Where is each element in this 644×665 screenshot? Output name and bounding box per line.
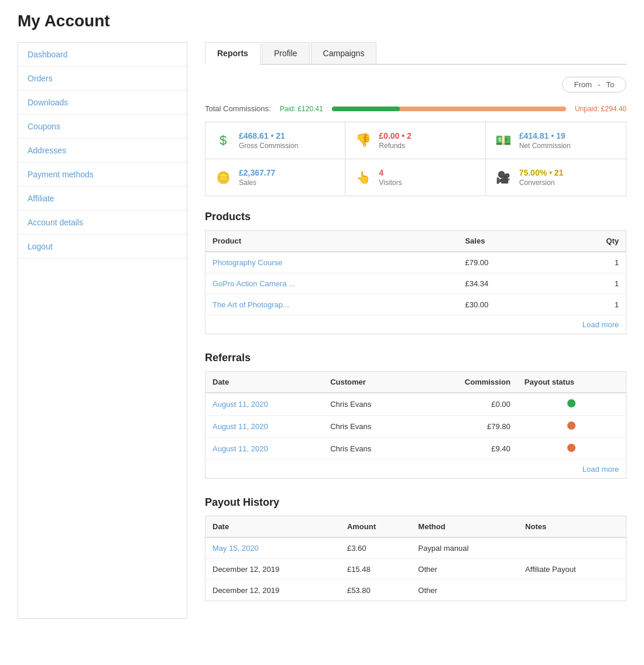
unpaid-label: Unpaid: £294.40 <box>575 105 626 113</box>
referral-status <box>518 416 626 438</box>
paid-bar <box>332 107 400 111</box>
sidebar-item-downloads[interactable]: Downloads <box>18 91 187 115</box>
referral-customer: Chris Evans <box>323 438 416 460</box>
referrals-col-status: Payout status <box>518 372 626 393</box>
refunds-label: Refunds <box>379 142 412 150</box>
status-dot-orange <box>567 421 576 430</box>
date-to-label: To <box>606 80 614 89</box>
payout-history-heading: Payout History <box>205 496 626 509</box>
payout-col-notes: Notes <box>518 516 626 538</box>
product-sales: £30.00 <box>458 294 556 316</box>
payout-date: December 12, 2019 <box>205 580 340 601</box>
table-row: May 15, 2020 £3.60 Paypal manual <box>205 537 626 559</box>
commissions-bar <box>332 107 566 111</box>
referral-status <box>518 393 626 416</box>
main-content: Reports Profile Campaigns From - To Tota… <box>205 42 626 619</box>
payout-notes <box>518 580 626 601</box>
referrals-col-commission: Commission <box>416 372 518 393</box>
referral-date: August 11, 2020 <box>205 416 324 438</box>
products-load-more-row: Load more <box>205 316 626 334</box>
sidebar-item-orders[interactable]: Orders <box>18 67 187 91</box>
products-heading: Products <box>205 211 626 223</box>
stat-conversion: 🎥 75.00% • 21 Conversion <box>486 159 626 196</box>
payout-col-amount: Amount <box>340 516 411 538</box>
stat-refunds: 👎 £0.00 • 2 Refunds <box>345 122 485 159</box>
products-col-sales: Sales <box>458 231 556 252</box>
referrals-heading: Referrals <box>205 352 626 364</box>
table-row: August 11, 2020 Chris Evans £0.00 <box>205 393 626 416</box>
products-load-more-link[interactable]: Load more <box>583 320 619 329</box>
gross-commission-label: Gross Commission <box>239 142 298 150</box>
product-name: GoPro Action Camera ... <box>205 273 458 294</box>
table-row: December 12, 2019 £15.48 Other Affiliate… <box>205 559 626 580</box>
commissions-bar-section: Total Commissions: Paid: £120.41 Unpaid:… <box>205 104 626 113</box>
sidebar-item-addresses[interactable]: Addresses <box>18 139 187 163</box>
date-from-label: From <box>574 80 592 89</box>
stats-grid: $ £468.61 • 21 Gross Commission 👎 £0.00 … <box>205 122 626 196</box>
referral-customer: Chris Evans <box>323 416 416 438</box>
referral-status <box>518 438 626 460</box>
net-icon: 💵 <box>495 133 512 148</box>
table-row: The Art of Photograp... £30.00 1 <box>205 294 626 316</box>
table-row: December 12, 2019 £53.80 Other <box>205 580 626 601</box>
products-col-qty: Qty <box>556 231 626 252</box>
product-qty: 1 <box>556 273 626 294</box>
sidebar-item-dashboard[interactable]: Dashboard <box>18 43 187 67</box>
date-range-section: From - To <box>205 77 626 92</box>
sidebar-item-coupons[interactable]: Coupons <box>18 115 187 139</box>
payout-amount: £3.60 <box>340 537 411 559</box>
referral-commission: £79.80 <box>416 416 518 438</box>
referrals-load-more-row: Load more <box>205 460 626 479</box>
sales-value: £2,367.77 <box>239 168 275 177</box>
sidebar-item-account-details[interactable]: Account details <box>18 211 187 235</box>
payout-method: Paypal manual <box>411 537 518 559</box>
tab-profile[interactable]: Profile <box>262 42 310 64</box>
products-load-more-cell: Load more <box>205 316 626 334</box>
payout-date: May 15, 2020 <box>205 537 340 559</box>
payout-notes: Affiliate Payout <box>518 559 626 580</box>
referral-commission: £0.00 <box>416 393 518 416</box>
sidebar-item-payment-methods[interactable]: Payment methods <box>18 163 187 187</box>
referral-date: August 11, 2020 <box>205 393 324 416</box>
page-title: My Account <box>18 12 626 30</box>
conversion-icon: 🎥 <box>495 170 512 184</box>
referrals-load-more-link[interactable]: Load more <box>583 465 619 474</box>
product-sales: £34.34 <box>458 273 556 294</box>
tab-reports[interactable]: Reports <box>205 42 261 65</box>
sales-icon: 🪙 <box>214 170 232 184</box>
visitors-label: Visitors <box>379 179 402 187</box>
visitors-value: 4 <box>379 168 402 177</box>
sales-label: Sales <box>239 179 275 187</box>
referral-date: August 11, 2020 <box>205 438 324 460</box>
sidebar-item-affiliate[interactable]: Affiliate <box>18 187 187 211</box>
payout-notes <box>518 537 626 559</box>
date-separator: - <box>598 80 600 89</box>
stat-net-commission: 💵 £414.81 • 19 Net Commission <box>486 122 626 159</box>
product-sales: £79.00 <box>458 252 556 273</box>
payout-amount: £15.48 <box>340 559 411 580</box>
referrals-load-more-cell: Load more <box>205 460 626 479</box>
payout-amount: £53.80 <box>340 580 411 601</box>
stat-gross-commission: $ £468.61 • 21 Gross Commission <box>205 122 345 159</box>
tab-campaigns[interactable]: Campaigns <box>311 42 377 64</box>
date-range-input[interactable]: From - To <box>562 77 626 92</box>
paid-label: Paid: £120.41 <box>280 105 323 113</box>
referrals-col-customer: Customer <box>323 372 416 393</box>
payout-col-method: Method <box>411 516 518 538</box>
referral-commission: £9.40 <box>416 438 518 460</box>
table-row: Photography Course £79.00 1 <box>205 252 626 273</box>
table-row: GoPro Action Camera ... £34.34 1 <box>205 273 626 294</box>
gross-commission-value: £468.61 • 21 <box>239 131 298 140</box>
refunds-value: £0.00 • 2 <box>379 131 412 140</box>
visitors-icon: 👆 <box>354 170 372 184</box>
sidebar-item-logout[interactable]: Logout <box>18 235 187 259</box>
payout-method: Other <box>411 559 518 580</box>
tab-bar: Reports Profile Campaigns <box>205 42 626 65</box>
payout-col-date: Date <box>205 516 340 538</box>
net-commission-value: £414.81 • 19 <box>519 131 571 140</box>
refund-icon: 👎 <box>354 133 372 148</box>
net-commission-label: Net Commission <box>519 142 571 150</box>
payout-method: Other <box>411 580 518 601</box>
dollar-icon: $ <box>214 133 232 148</box>
payout-date: December 12, 2019 <box>205 559 340 580</box>
